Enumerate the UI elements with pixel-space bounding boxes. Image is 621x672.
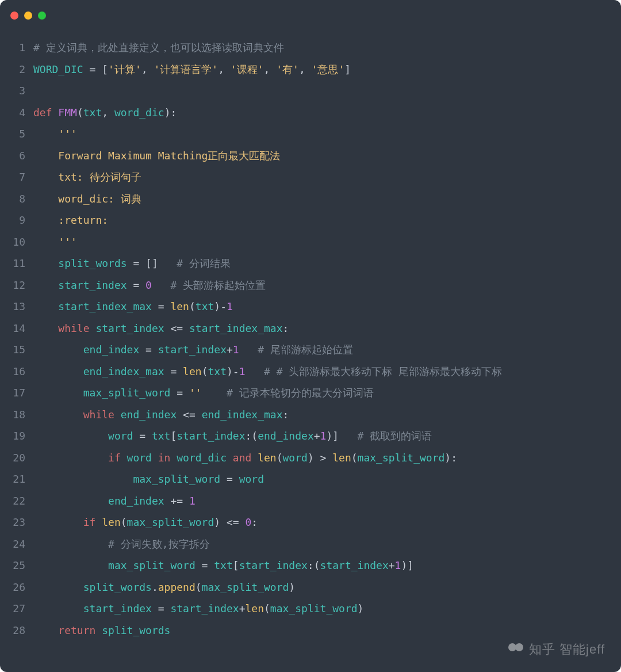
line-number: 24: [0, 533, 33, 555]
line-number: 16: [0, 361, 33, 383]
token-var: word: [283, 452, 308, 464]
line-content: start_index_max = len(txt)-1: [33, 296, 621, 318]
token-op: ,: [299, 63, 312, 75]
token-var: end_index_max: [83, 365, 164, 377]
token-op: ,: [141, 63, 154, 75]
token-str: txt: 待分词句子: [58, 171, 141, 183]
code-line: 26 split_words.append(max_split_word): [0, 576, 621, 598]
token-op: :: [251, 516, 258, 528]
token-var: start_index: [239, 559, 308, 571]
token-kw: if: [108, 452, 127, 464]
token-op: ) <=: [214, 516, 245, 528]
token-op: [: [233, 559, 239, 571]
token-var: word: [239, 473, 264, 485]
line-content: if len(max_split_word) <= 0:: [33, 511, 621, 533]
line-number: 3: [0, 80, 33, 102]
line-number: 13: [0, 296, 33, 318]
line-number: 7: [0, 166, 33, 188]
token-op: .: [152, 581, 158, 593]
token-op: +: [389, 559, 395, 571]
line-number: 4: [0, 102, 33, 124]
line-number: 25: [0, 555, 33, 576]
token-op: )-: [227, 365, 239, 377]
code-line: 25 max_split_word = txt[start_index:(sta…: [0, 555, 621, 576]
token-cmt: # 截取到的词语: [358, 430, 432, 442]
token-op: <=: [164, 322, 189, 334]
token-str: '意思': [312, 63, 345, 75]
line-content: while end_index <= end_index_max:: [33, 404, 621, 426]
line-number: 14: [0, 318, 33, 339]
minimize-icon[interactable]: [24, 12, 32, 20]
token-op: [33, 495, 108, 507]
token-op: (: [189, 300, 195, 312]
line-number: 20: [0, 447, 33, 469]
token-var: txt: [208, 365, 227, 377]
token-var: word: [108, 430, 133, 442]
token-num: 0: [145, 279, 152, 291]
token-op: [33, 150, 58, 162]
close-icon[interactable]: [10, 12, 18, 20]
token-var: word_dic: [114, 106, 164, 119]
line-number: 12: [0, 274, 33, 296]
token-kw: return: [58, 624, 102, 636]
code-line: 17 max_split_word = '' # 记录本轮切分的最大分词词语: [0, 382, 621, 404]
token-op: [202, 387, 227, 399]
token-num: 1: [239, 365, 246, 377]
token-var: txt: [214, 559, 233, 571]
token-var: split_words: [83, 581, 152, 593]
token-op: ,: [264, 63, 277, 75]
code-line: 14 while start_index <= start_index_max:: [0, 318, 621, 339]
token-kw: while: [83, 408, 121, 421]
line-number: 15: [0, 339, 33, 361]
code-line: 6 Forward Maximum Matching正向最大匹配法: [0, 145, 621, 167]
token-op: [33, 365, 83, 377]
code-line: 12 start_index = 0 # 头部游标起始位置: [0, 274, 621, 296]
code-line: 8 word_dic: 词典: [0, 188, 621, 210]
line-number: 19: [0, 425, 33, 447]
token-var: split_words: [102, 624, 170, 636]
code-line: 20 if word in word_dic and len(word) > l…: [0, 447, 621, 469]
token-op: =: [127, 279, 146, 291]
token-op: [33, 602, 83, 614]
token-var: max_split_word: [83, 387, 171, 399]
token-op: ): [289, 581, 295, 593]
token-var: max_split_word: [127, 516, 214, 528]
token-op: :: [283, 408, 289, 421]
token-op: [33, 430, 108, 442]
token-var: split_words: [58, 257, 126, 269]
token-op: =: [220, 473, 239, 485]
line-number: 26: [0, 576, 33, 598]
token-op: ):: [444, 452, 457, 464]
line-content: word = txt[start_index:(end_index+1)] # …: [33, 425, 621, 447]
token-num: 1: [227, 300, 233, 312]
token-str: '': [189, 387, 202, 399]
token-var: start_index_max: [58, 300, 152, 312]
token-op: [33, 516, 83, 528]
line-content: while start_index <= start_index_max:: [33, 318, 621, 339]
zoom-icon[interactable]: [38, 12, 46, 20]
token-var: end_index: [108, 495, 164, 507]
line-number: 11: [0, 253, 33, 274]
token-op: [33, 538, 108, 550]
token-op: (: [121, 516, 127, 528]
token-op: <=: [177, 408, 201, 421]
token-call: len: [170, 300, 189, 312]
token-op: [33, 452, 108, 464]
code-line: 18 while end_index <= end_index_max:: [0, 404, 621, 426]
token-call: len: [102, 516, 121, 528]
token-op: [33, 322, 58, 334]
token-op: [33, 236, 58, 248]
token-var: max_split_word: [358, 452, 445, 464]
token-op: [33, 279, 58, 291]
token-str: ''': [58, 128, 77, 140]
token-cmt: # 尾部游标起始位置: [258, 343, 353, 356]
token-op: ) >: [308, 452, 332, 464]
token-op: :: [283, 322, 289, 334]
code-line: 4def FMM(txt, word_dic):: [0, 102, 621, 124]
line-number: 9: [0, 209, 33, 231]
token-op: [152, 279, 171, 291]
token-cmt: # # 头部游标最大移动下标 尾部游标最大移动下标: [264, 365, 502, 377]
code-line: 27 start_index = start_index+len(max_spl…: [0, 598, 621, 620]
line-content: start_index = start_index+len(max_split_…: [33, 598, 621, 620]
token-op: )]: [326, 430, 357, 442]
